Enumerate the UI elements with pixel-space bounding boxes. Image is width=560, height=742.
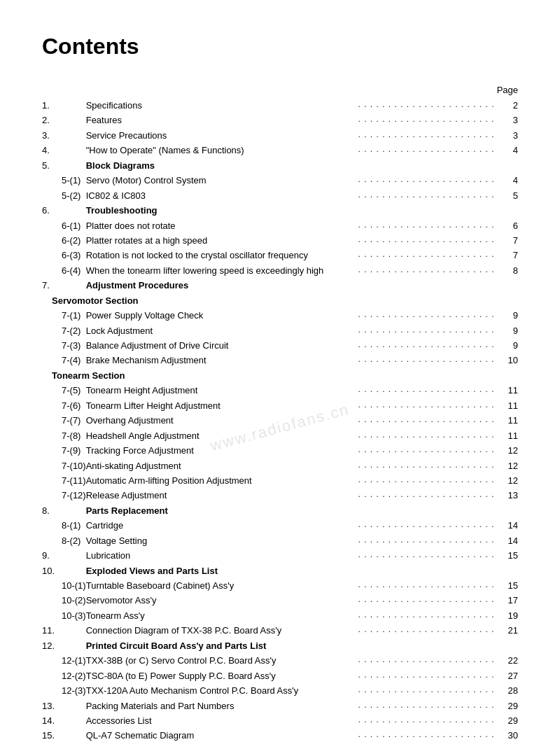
toc-row: 10.Exploded Views and Parts List <box>42 564 518 578</box>
toc-num: 8-(1) <box>42 518 86 533</box>
toc-label: "How to Operate" (Names & Functions) <box>86 143 358 158</box>
toc-label: Specifications <box>86 98 358 113</box>
toc-label: Troubleshooting <box>86 203 358 218</box>
toc-num: 7-(6) <box>42 398 86 413</box>
toc-row: 8-(1)Cartridge . . . . . . . . . . . . .… <box>42 518 518 533</box>
toc-label: Packing Materials and Part Numbers <box>86 699 358 713</box>
toc-dots: . . . . . . . . . . . . . . . . . . . . … <box>358 473 498 488</box>
toc-num: 12. <box>42 638 86 653</box>
toc-dots: . . . . . . . . . . . . . . . . . . . . … <box>358 143 498 158</box>
toc-num: 7-(2) <box>42 323 86 338</box>
toc-row: 10-(1)Turntable Baseboard (Cabinet) Ass'… <box>42 578 518 593</box>
toc-row: 3.Service Precautions . . . . . . . . . … <box>42 128 518 143</box>
toc-dots: . . . . . . . . . . . . . . . . . . . . … <box>358 398 498 413</box>
toc-dots: . . . . . . . . . . . . . . . . . . . . … <box>358 233 498 248</box>
toc-dots: . . . . . . . . . . . . . . . . . . . . … <box>358 518 498 533</box>
toc-label: Voltage Setting <box>86 533 358 548</box>
toc-page: 19 <box>498 608 518 623</box>
toc-page: 13 <box>498 488 518 503</box>
toc-num: 7-(12) <box>42 488 86 503</box>
toc-dots: . . . . . . . . . . . . . . . . . . . . … <box>358 383 498 398</box>
toc-page: 12 <box>498 473 518 488</box>
page-column-label: Page <box>42 85 518 95</box>
toc-dots: . . . . . . . . . . . . . . . . . . . . … <box>358 218 498 233</box>
toc-num: 8-(2) <box>42 533 86 548</box>
toc-num: 15. <box>42 728 86 742</box>
toc-num: 7-(4) <box>42 353 86 368</box>
toc-label: Release Adjustment <box>86 488 358 503</box>
toc-num: 2. <box>42 113 86 127</box>
toc-label: Exploded Views and Parts List <box>86 564 358 578</box>
toc-row: 14.Accessories List . . . . . . . . . . … <box>42 713 518 728</box>
toc-num: 10-(3) <box>42 608 86 623</box>
toc-label: Tonearm Height Adjustment <box>86 383 358 398</box>
toc-row: 10-(3)Tonearm Ass'y . . . . . . . . . . … <box>42 608 518 623</box>
toc-label: TXX-120A Auto Mechanism Control P.C. Boa… <box>86 683 358 698</box>
toc-label: Rotation is not locked to the crystal os… <box>86 248 358 262</box>
toc-row: 6.Troubleshooting <box>42 203 518 218</box>
toc-dots <box>358 503 498 518</box>
toc-row: 7-(6)Tonearm Lifter Height Adjustment . … <box>42 398 518 413</box>
toc-page: 2 <box>498 98 518 113</box>
subsection-title: Servomotor Section <box>42 293 518 308</box>
toc-label: Automatic Arm-lifting Position Adjustmen… <box>86 473 358 488</box>
toc-page <box>498 638 518 653</box>
toc-dots: . . . . . . . . . . . . . . . . . . . . … <box>358 113 498 127</box>
toc-page <box>498 503 518 518</box>
toc-dots <box>358 203 498 218</box>
toc-dots: . . . . . . . . . . . . . . . . . . . . … <box>358 653 498 668</box>
toc-page: 9 <box>498 323 518 338</box>
toc-page <box>498 158 518 173</box>
toc-page <box>498 203 518 218</box>
toc-dots: . . . . . . . . . . . . . . . . . . . . … <box>358 713 498 728</box>
toc-label: Power Supply Voltage Check <box>86 308 358 323</box>
toc-num: 12-(2) <box>42 668 86 683</box>
toc-page: 3 <box>498 128 518 143</box>
toc-page: 11 <box>498 383 518 398</box>
toc-num: 3. <box>42 128 86 143</box>
toc-num: 7-(1) <box>42 308 86 323</box>
toc-num: 11. <box>42 623 86 638</box>
toc-label: TSC-80A (to E) Power Supply P.C. Board A… <box>86 668 358 683</box>
toc-dots: . . . . . . . . . . . . . . . . . . . . … <box>358 323 498 338</box>
toc-dots <box>358 638 498 653</box>
toc-page: 7 <box>498 233 518 248</box>
toc-num: 10-(1) <box>42 578 86 593</box>
toc-num: 6-(2) <box>42 233 86 248</box>
toc-page: 4 <box>498 143 518 158</box>
toc-row: 7-(1)Power Supply Voltage Check . . . . … <box>42 308 518 323</box>
toc-row: 12-(3)TXX-120A Auto Mechanism Control P.… <box>42 683 518 698</box>
toc-row: 5-(2)IC802 & IC803 . . . . . . . . . . .… <box>42 188 518 203</box>
toc-label: Platter rotates at a high speed <box>86 233 358 248</box>
toc-row: 7-(12)Release Adjustment . . . . . . . .… <box>42 488 518 503</box>
toc-num: 7-(11) <box>42 473 86 488</box>
toc-row: 2.Features . . . . . . . . . . . . . . .… <box>42 113 518 127</box>
toc-row: 8-(2)Voltage Setting . . . . . . . . . .… <box>42 533 518 548</box>
toc-row: 7.Adjustment Procedures <box>42 278 518 293</box>
toc-dots: . . . . . . . . . . . . . . . . . . . . … <box>358 338 498 353</box>
toc-num: 12-(3) <box>42 683 86 698</box>
toc-label: Tracking Force Adjustment <box>86 443 358 458</box>
toc-label: Tonearm Ass'y <box>86 608 358 623</box>
toc-row: 5.Block Diagrams <box>42 158 518 173</box>
toc-label: Adjustment Procedures <box>86 278 358 293</box>
toc-row: 12-(1)TXX-38B (or C) Servo Control P.C. … <box>42 653 518 668</box>
toc-row: 8.Parts Replacement <box>42 503 518 518</box>
toc-num: 5-(1) <box>42 173 86 188</box>
toc-label: Tonearm Lifter Height Adjustment <box>86 398 358 413</box>
toc-page: 29 <box>498 713 518 728</box>
toc-dots: . . . . . . . . . . . . . . . . . . . . … <box>358 443 498 458</box>
toc-dots: . . . . . . . . . . . . . . . . . . . . … <box>358 458 498 473</box>
toc-dots: . . . . . . . . . . . . . . . . . . . . … <box>358 593 498 608</box>
toc-label: TXX-38B (or C) Servo Control P.C. Board … <box>86 653 358 668</box>
toc-page: 9 <box>498 308 518 323</box>
toc-num: 9. <box>42 548 86 563</box>
toc-row: 7-(3)Balance Adjustment of Drive Circuit… <box>42 338 518 353</box>
toc-dots: . . . . . . . . . . . . . . . . . . . . … <box>358 173 498 188</box>
toc-num: 7-(9) <box>42 443 86 458</box>
toc-label: Anti-skating Adjustment <box>86 458 358 473</box>
toc-label: When the tonearm lifter lowering speed i… <box>86 263 358 278</box>
toc-num: 6-(3) <box>42 248 86 262</box>
toc-page: 27 <box>498 668 518 683</box>
toc-dots: . . . . . . . . . . . . . . . . . . . . … <box>358 683 498 698</box>
